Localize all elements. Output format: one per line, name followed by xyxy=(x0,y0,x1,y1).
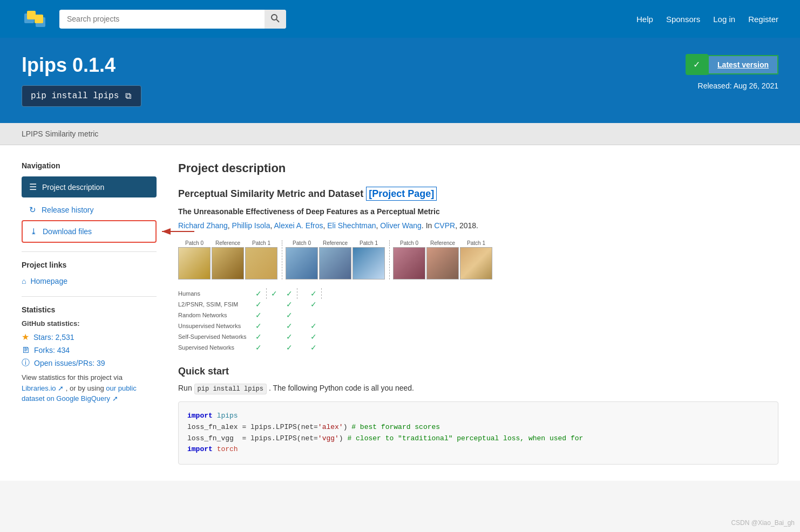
code-line-import: import lpips xyxy=(187,411,769,422)
image-p1-3 xyxy=(460,247,492,279)
humans-check-2: ✓ xyxy=(266,288,282,299)
download-files-label: Download files xyxy=(43,227,92,236)
sidebar-item-project-description[interactable]: ☰ Project description xyxy=(22,176,157,197)
list-icon: ☰ xyxy=(29,182,37,192)
row-label-selfsup: Self-Supervised Networks xyxy=(178,331,251,342)
reference-label-1: Reference xyxy=(212,240,244,246)
svg-rect-1 xyxy=(27,11,36,19)
pypi-logo xyxy=(22,5,49,32)
checkmark-table: Humans ✓ ✓ ✓ ✓ L2/PSNR, SSIM, FSIM ✓ ✓ ✓… xyxy=(178,288,330,353)
nav-register[interactable]: Register xyxy=(748,15,778,24)
forks-link[interactable]: Forks: 434 xyxy=(34,346,70,354)
sidebar-item-release-history[interactable]: ↻ Release history xyxy=(22,200,157,220)
stars-link[interactable]: Stars: 2,531 xyxy=(33,333,74,342)
search-input[interactable] xyxy=(59,10,265,28)
selfsup-check-4 xyxy=(297,331,306,342)
random-check-2 xyxy=(266,310,282,320)
row-label-supervised: Supervised Networks xyxy=(178,342,251,353)
released-date: Released: Aug 26, 2021 xyxy=(698,81,778,90)
image-p1-2 xyxy=(352,247,385,279)
search-button[interactable] xyxy=(265,10,286,29)
svg-point-4 xyxy=(272,15,277,20)
quick-start-title: Quick start xyxy=(178,366,778,377)
github-stats-label: GitHub statistics: xyxy=(22,319,157,328)
homepage-link[interactable]: ⌂ Homepage xyxy=(22,275,157,288)
project-description-label: Project description xyxy=(42,183,104,192)
libraries-io-link[interactable]: Libraries.io ➚ xyxy=(22,384,66,392)
unsup-check-2 xyxy=(266,320,282,331)
homepage-label: Homepage xyxy=(30,277,67,285)
unsup-check-6 xyxy=(321,320,330,331)
open-issues-link[interactable]: Open issues/PRs: 39 xyxy=(34,359,105,367)
author-efros[interactable]: Alexei A. Efros xyxy=(274,221,323,230)
author-isola[interactable]: Phillip Isola xyxy=(232,221,270,230)
stats-section: GitHub statistics: ★ Stars: 2,531 🖹 Fork… xyxy=(22,319,157,404)
author-shechtman[interactable]: Eli Shechtman xyxy=(327,221,376,230)
main-content: Navigation ☰ Project description ↻ Relea… xyxy=(0,145,800,481)
history-icon: ↻ xyxy=(29,205,36,215)
copy-install-button[interactable]: ⧉ xyxy=(124,90,132,102)
subtitle-text: Perceptual Similarity Metric and Dataset xyxy=(178,188,363,199)
nav-help[interactable]: Help xyxy=(636,15,653,24)
humans-check-1: ✓ xyxy=(251,288,267,299)
image-ref-3 xyxy=(426,247,459,279)
l2-check-5: ✓ xyxy=(306,299,322,310)
author-wang[interactable]: Oliver Wang xyxy=(380,221,422,230)
star-icon: ★ xyxy=(22,332,29,342)
latest-version-label[interactable]: Latest version xyxy=(708,55,778,74)
humans-check-6 xyxy=(321,288,330,299)
sidebar-divider-1 xyxy=(22,251,157,252)
sup-check-5: ✓ xyxy=(306,342,322,353)
table-row-selfsupervised: Self-Supervised Networks ✓ ✓ ✓ xyxy=(178,331,330,342)
check-icon: ✓ xyxy=(686,54,708,75)
open-issues-value: 39 xyxy=(97,359,105,367)
libraries-io-label: Libraries.io xyxy=(22,384,56,392)
release-history-label: Release history xyxy=(42,206,94,214)
selfsup-check-5: ✓ xyxy=(306,331,322,342)
unsup-check-5: ✓ xyxy=(306,320,322,331)
reference-label-3: Reference xyxy=(426,240,459,246)
humans-check-4 xyxy=(297,288,306,299)
random-check-6 xyxy=(321,310,330,320)
humans-check-5: ✓ xyxy=(306,288,322,299)
stats-note: View statistics for this project via Lib… xyxy=(22,372,157,404)
table-row-l2: L2/PSNR, SSIM, FSIM ✓ ✓ ✓ xyxy=(178,299,330,310)
project-page-link[interactable]: [Project Page] xyxy=(366,187,437,201)
l2-check-1: ✓ xyxy=(251,299,267,310)
arrow-annotation-svg xyxy=(151,223,200,240)
open-issues-label: Open issues/PRs: xyxy=(34,359,94,367)
sup-check-6 xyxy=(321,342,330,353)
project-info-left: lpips 0.1.4 pip install lpips ⧉ xyxy=(22,54,141,107)
info-icon: ⓘ xyxy=(22,358,30,368)
nav-sponsors[interactable]: Sponsors xyxy=(666,15,700,24)
patch0-label-2: Patch 0 xyxy=(286,240,318,246)
home-icon: ⌂ xyxy=(22,277,26,285)
run-inline-code: pip install lpips xyxy=(194,384,267,394)
run-text: Run pip install lpips . The following Py… xyxy=(178,384,778,393)
sidebar-item-download-files[interactable]: ⤓ Download files xyxy=(22,220,157,243)
image-p0-1 xyxy=(178,247,211,279)
nav-login[interactable]: Log in xyxy=(713,15,735,24)
patch0-label-1: Patch 0 xyxy=(178,240,211,246)
latest-version-badge: ✓ Latest version xyxy=(686,54,778,75)
image-comparison-grid: Patch 0 Reference Patch 1 Patch 0 Refere… xyxy=(178,240,778,279)
stats-note-1: View statistics for this project via xyxy=(22,373,123,381)
selfsup-check-1: ✓ xyxy=(251,331,267,342)
cvpr-link[interactable]: CVPR xyxy=(434,221,455,230)
row-label-unsupervised: Unsupervised Networks xyxy=(178,320,251,331)
selfsup-check-3: ✓ xyxy=(282,331,297,342)
image-p0-2 xyxy=(286,247,318,279)
patch1-label-2: Patch 1 xyxy=(352,240,385,246)
search-icon xyxy=(271,14,280,23)
humans-check-3: ✓ xyxy=(282,288,297,299)
statistics-title: Statistics xyxy=(22,305,157,314)
install-cmd-text: pip install lpips xyxy=(31,91,119,101)
project-banner: lpips 0.1.4 pip install lpips ⧉ ✓ Latest… xyxy=(0,38,800,123)
download-icon: ⤓ xyxy=(30,227,37,236)
paper-title: The Unreasonable Effectiveness of Deep F… xyxy=(178,207,778,216)
open-issues-stat: ⓘ Open issues/PRs: 39 xyxy=(22,358,157,368)
image-p1-1 xyxy=(245,247,277,279)
random-check-3: ✓ xyxy=(282,310,297,320)
row-label-humans: Humans xyxy=(178,288,251,299)
l2-check-6 xyxy=(321,299,330,310)
